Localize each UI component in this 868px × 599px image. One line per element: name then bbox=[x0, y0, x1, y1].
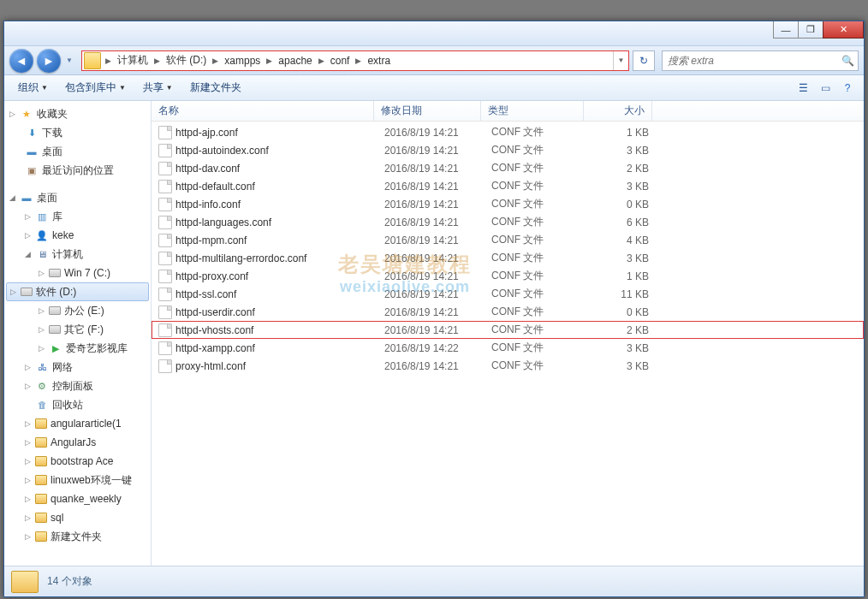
sidebar-drive-e[interactable]: ▷办公 (E:) bbox=[4, 301, 151, 320]
file-row[interactable]: httpd-autoindex.conf2016/8/19 14:21CONF … bbox=[152, 141, 864, 159]
chevron-down-icon: ▼ bbox=[119, 84, 126, 92]
minimize-button[interactable]: — bbox=[773, 21, 799, 39]
breadcrumb-dropdown-icon[interactable]: ▼ bbox=[613, 51, 628, 70]
file-type: CONF 文件 bbox=[485, 305, 587, 319]
sidebar-keke[interactable]: ▷👤keke bbox=[4, 226, 151, 245]
column-headers: 名称 修改日期 类型 大小 bbox=[152, 101, 864, 122]
file-row[interactable]: httpd-userdir.conf2016/8/19 14:21CONF 文件… bbox=[152, 303, 864, 321]
sidebar-drive-f[interactable]: ▷其它 (F:) bbox=[4, 320, 151, 339]
window-buttons: — ❐ ✕ bbox=[774, 21, 864, 39]
column-date[interactable]: 修改日期 bbox=[374, 101, 481, 121]
folder-icon bbox=[35, 494, 47, 504]
breadcrumb[interactable]: ▶ 计算机 ▶ 软件 (D:) ▶ xampps ▶ apache ▶ conf… bbox=[81, 50, 629, 71]
file-row[interactable]: httpd-ajp.conf2016/8/19 14:21CONF 文件1 KB bbox=[152, 123, 864, 141]
user-icon: 👤 bbox=[35, 228, 49, 242]
sidebar-drive-c[interactable]: ▷Win 7 (C:) bbox=[4, 264, 151, 282]
view-options-icon[interactable]: ☰ bbox=[794, 79, 812, 98]
sidebar-downloads[interactable]: ⬇下载 bbox=[4, 123, 151, 142]
file-name: httpd-userdir.conf bbox=[175, 306, 378, 318]
file-icon bbox=[158, 234, 172, 247]
forward-button[interactable]: ► bbox=[37, 49, 61, 73]
search-icon[interactable]: 🔍 bbox=[837, 55, 858, 67]
file-row[interactable]: httpd-vhosts.conf2016/8/19 14:21CONF 文件2… bbox=[152, 321, 864, 339]
file-icon bbox=[158, 341, 172, 355]
sidebar-control-panel[interactable]: ▷⚙控制面板 bbox=[4, 377, 151, 395]
file-date: 2016/8/19 14:21 bbox=[378, 288, 485, 300]
maximize-button[interactable]: ❐ bbox=[798, 21, 823, 39]
file-name: httpd-autoindex.conf bbox=[175, 145, 378, 157]
content-area: ▷★收藏夹 ⬇下载 ▬桌面 ▣最近访问的位置 ◢▬桌面 ▷▥库 ▷👤keke ◢… bbox=[4, 101, 864, 566]
breadcrumb-seg-extra[interactable]: extra bbox=[364, 51, 394, 70]
column-name[interactable]: 名称 bbox=[152, 101, 374, 121]
sidebar-libraries[interactable]: ▷▥库 bbox=[4, 207, 151, 226]
sidebar-network[interactable]: ▷🖧网络 bbox=[4, 358, 151, 377]
chevron-right-icon: ▶ bbox=[353, 56, 364, 65]
file-row[interactable]: httpd-info.conf2016/8/19 14:21CONF 文件0 K… bbox=[152, 195, 864, 213]
sidebar-desktop[interactable]: ▬桌面 bbox=[4, 142, 151, 161]
file-date: 2016/8/19 14:21 bbox=[378, 127, 485, 139]
close-button[interactable]: ✕ bbox=[823, 21, 864, 39]
file-type: CONF 文件 bbox=[485, 233, 587, 247]
help-icon[interactable]: ? bbox=[838, 79, 857, 98]
file-row[interactable]: httpd-ssl.conf2016/8/19 14:21CONF 文件11 K… bbox=[152, 285, 864, 303]
file-list: httpd-ajp.conf2016/8/19 14:21CONF 文件1 KB… bbox=[152, 122, 864, 566]
file-name: httpd-info.conf bbox=[175, 199, 378, 211]
history-dropdown-icon[interactable]: ▼ bbox=[64, 53, 74, 68]
new-folder-button[interactable]: 新建文件夹 bbox=[183, 78, 248, 98]
app-icon: ▶ bbox=[49, 341, 62, 355]
folder-icon bbox=[35, 513, 47, 523]
file-name: proxy-html.conf bbox=[175, 360, 378, 372]
sidebar-folder-new[interactable]: ▷新建文件夹 bbox=[4, 527, 151, 546]
file-row[interactable]: httpd-languages.conf2016/8/19 14:21CONF … bbox=[152, 213, 864, 231]
refresh-button[interactable]: ↻ bbox=[633, 50, 655, 71]
sidebar-folder-bootstrap[interactable]: ▷bootstrap Ace bbox=[4, 452, 151, 471]
file-row[interactable]: httpd-multilang-errordoc.conf2016/8/19 1… bbox=[152, 249, 864, 267]
file-row[interactable]: httpd-dav.conf2016/8/19 14:21CONF 文件2 KB bbox=[152, 159, 864, 177]
file-type: CONF 文件 bbox=[485, 251, 587, 265]
breadcrumb-seg-drive[interactable]: 软件 (D:) bbox=[163, 51, 210, 70]
file-row[interactable]: proxy-html.conf2016/8/19 14:21CONF 文件3 K… bbox=[152, 357, 864, 375]
share-button[interactable]: 共享 ▼ bbox=[136, 78, 180, 98]
file-name: httpd-dav.conf bbox=[175, 163, 378, 175]
sidebar-drive-d[interactable]: ▷软件 (D:) bbox=[6, 282, 149, 301]
file-type: CONF 文件 bbox=[485, 161, 587, 175]
sidebar-computer[interactable]: ◢🖥计算机 bbox=[4, 245, 151, 264]
file-size: 1 KB bbox=[587, 270, 656, 282]
chevron-right-icon: ▶ bbox=[210, 56, 221, 65]
file-row[interactable]: httpd-proxy.conf2016/8/19 14:21CONF 文件1 … bbox=[152, 267, 864, 285]
recycle-icon: 🗑 bbox=[35, 398, 49, 412]
column-size[interactable]: 大小 bbox=[584, 101, 652, 121]
sidebar-folder-linuxweb[interactable]: ▷linuxweb环境一键 bbox=[4, 471, 151, 489]
sidebar-recent[interactable]: ▣最近访问的位置 bbox=[4, 161, 151, 180]
sidebar-favorites[interactable]: ▷★收藏夹 bbox=[4, 104, 151, 123]
organize-button[interactable]: 组织 ▼ bbox=[11, 78, 55, 98]
sidebar-desktop-root[interactable]: ◢▬桌面 bbox=[4, 188, 151, 207]
sidebar-folder-sql[interactable]: ▷sql bbox=[4, 508, 151, 527]
sidebar-folder-angulararticle[interactable]: ▷angulararticle(1 bbox=[4, 414, 151, 433]
computer-icon: 🖥 bbox=[35, 247, 49, 261]
file-row[interactable]: httpd-default.conf2016/8/19 14:21CONF 文件… bbox=[152, 177, 864, 195]
file-row[interactable]: httpd-mpm.conf2016/8/19 14:21CONF 文件4 KB bbox=[152, 231, 864, 249]
file-name: httpd-ajp.conf bbox=[175, 127, 378, 139]
sidebar-folder-angularjs[interactable]: ▷AngularJs bbox=[4, 433, 151, 452]
breadcrumb-seg-computer[interactable]: 计算机 bbox=[114, 51, 152, 70]
sidebar-folder-quanke[interactable]: ▷quanke_weekly bbox=[4, 489, 151, 508]
downloads-icon: ⬇ bbox=[25, 126, 39, 139]
search-input[interactable] bbox=[663, 55, 837, 67]
breadcrumb-seg-apache[interactable]: apache bbox=[275, 51, 315, 70]
include-in-library-button[interactable]: 包含到库中 ▼ bbox=[58, 78, 133, 98]
breadcrumb-seg-xampps[interactable]: xampps bbox=[221, 51, 264, 70]
folder-icon bbox=[35, 456, 47, 466]
breadcrumb-seg-conf[interactable]: conf bbox=[327, 51, 354, 70]
sidebar-iqiyi[interactable]: ▷▶爱奇艺影视库 bbox=[4, 339, 151, 358]
column-type[interactable]: 类型 bbox=[481, 101, 584, 121]
sidebar-recycle-bin[interactable]: 🗑回收站 bbox=[4, 395, 151, 414]
preview-pane-icon[interactable]: ▭ bbox=[816, 79, 835, 98]
search-box: 🔍 bbox=[662, 50, 859, 71]
explorer-window: — ❐ ✕ ◄ ► ▼ ▶ 计算机 ▶ 软件 (D:) ▶ xampps ▶ a… bbox=[3, 21, 865, 597]
file-row[interactable]: httpd-xampp.conf2016/8/19 14:22CONF 文件3 … bbox=[152, 339, 864, 357]
file-icon bbox=[158, 305, 172, 319]
navbar: ◄ ► ▼ ▶ 计算机 ▶ 软件 (D:) ▶ xampps ▶ apache … bbox=[4, 45, 864, 75]
file-name: httpd-mpm.conf bbox=[175, 234, 378, 246]
back-button[interactable]: ◄ bbox=[9, 49, 33, 73]
